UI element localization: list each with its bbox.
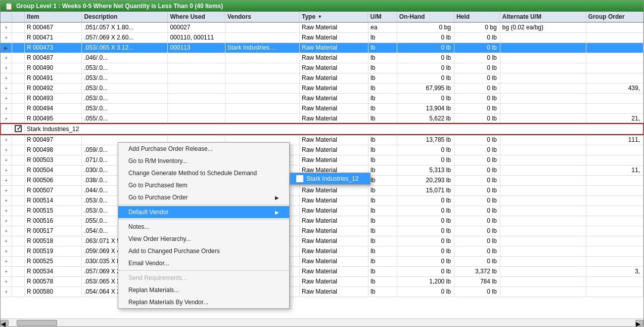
scroll-right-btn[interactable]: ▶ <box>635 320 643 326</box>
context-menu-item-replan-by-vendor[interactable]: Replan Materials By Vendor... <box>118 296 289 308</box>
context-menu-item-replan-materials[interactable]: Replan Materials... <box>118 284 289 296</box>
context-menu-item-change-generate[interactable]: Change Generate Method to Schedule Deman… <box>118 167 289 179</box>
context-menu-item-email-vendor[interactable]: Email Vendor... <box>118 257 289 269</box>
context-menu-item-view-order-hierarchy[interactable]: View Order Hierarchy... <box>118 233 289 245</box>
vendor-submenu-check-icon: ✓ <box>296 175 303 182</box>
menu-item-label: Add Purchase Order Release... <box>128 145 213 152</box>
context-menu-item-notes[interactable]: Notes... <box>118 221 289 233</box>
vendor-submenu-label: Stark Industries_12 <box>306 175 358 182</box>
context-menu-item-goto-rm-inventory[interactable]: Go to R/M Inventory... <box>118 155 289 167</box>
main-window: 📋 Group Level 1 : Weeks 0-5 Where Net Qu… <box>0 0 644 327</box>
context-menu[interactable]: Add Purchase Order Release...Go to R/M I… <box>118 142 290 309</box>
menu-item-label: Default Vendor <box>128 209 168 216</box>
menu-item-label: Add to Changed Purchase Orders <box>128 248 220 255</box>
vendor-submenu-item[interactable]: ✓ Stark Industries_12 <box>290 173 370 184</box>
context-menu-item-goto-purchased-item[interactable]: Go to Purchased Item <box>118 179 289 191</box>
title-text: Group Level 1 : Weeks 0-5 Where Net Quan… <box>16 3 223 10</box>
title-bar: 📋 Group Level 1 : Weeks 0-5 Where Net Qu… <box>1 1 643 12</box>
submenu-arrow-icon: ▶ <box>275 210 279 215</box>
context-menu-overlay: Add Purchase Order Release...Go to R/M I… <box>1 12 643 318</box>
menu-item-label: Go to Purchase Order <box>128 194 188 201</box>
context-menu-item-add-po-release[interactable]: Add Purchase Order Release... <box>118 143 289 155</box>
context-menu-item-send-requirements: Send Requirements... <box>118 272 289 284</box>
context-menu-item-add-to-changed[interactable]: Add to Changed Purchase Orders <box>118 245 289 257</box>
context-menu-item-goto-purchase-order[interactable]: Go to Purchase Order▶ <box>118 191 289 203</box>
menu-item-label: Replan Materials... <box>128 287 179 294</box>
menu-item-label: View Order Hierarchy... <box>128 235 191 242</box>
menu-item-label: Go to Purchased Item <box>128 182 188 189</box>
menu-item-label: Replan Materials By Vendor... <box>128 299 208 306</box>
menu-item-label: Send Requirements... <box>128 274 187 281</box>
menu-item-label: Change Generate Method to Schedule Deman… <box>128 170 257 177</box>
table-container: Item Description Where Used Vendors Type… <box>1 12 643 318</box>
scroll-left-btn[interactable]: ◀ <box>1 320 9 326</box>
menu-item-label: Go to R/M Inventory... <box>128 157 187 165</box>
menu-item-label: Email Vendor... <box>128 260 169 267</box>
menu-item-label: Notes... <box>128 223 149 230</box>
submenu-arrow-icon: ▶ <box>275 195 279 200</box>
context-menu-item-default-vendor[interactable]: Default Vendor▶ <box>118 206 289 218</box>
vendor-submenu[interactable]: ✓ Stark Industries_12 <box>290 173 371 185</box>
scroll-thumb[interactable] <box>17 320 57 326</box>
title-icon: 📋 <box>5 2 13 10</box>
horizontal-scrollbar[interactable]: ◀ ▶ <box>1 318 643 326</box>
